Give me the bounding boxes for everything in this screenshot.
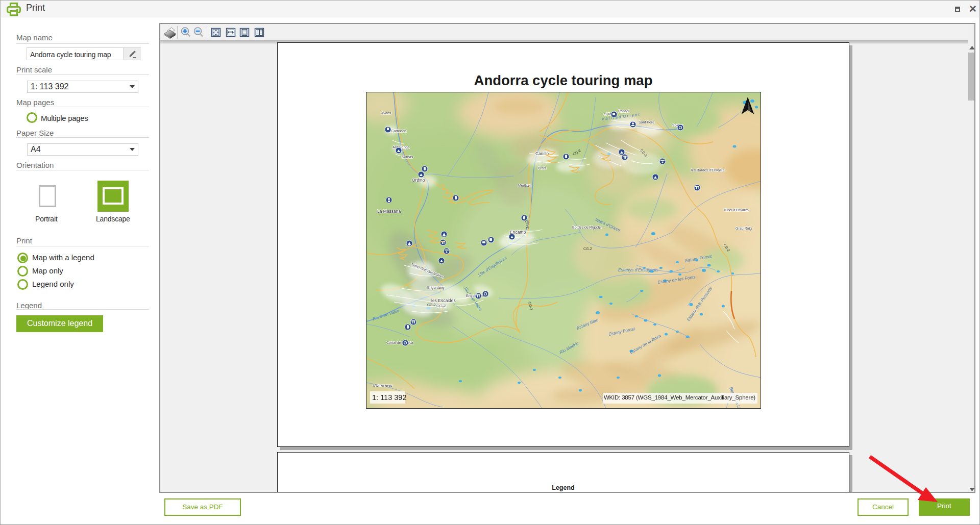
svg-text:Ransol: Ransol: [618, 109, 629, 113]
svg-text:WKID: 3857 (WGS_1984_Web_Merca: WKID: 3857 (WGS_1984_Web_Mercator_Auxili…: [604, 394, 755, 401]
svg-text:Grau Roig: Grau Roig: [736, 227, 752, 231]
svg-text:Engordany: Engordany: [427, 286, 445, 290]
svg-text:CG-2: CG-2: [436, 304, 447, 308]
svg-text:Ordino: Ordino: [412, 178, 425, 183]
svg-text:Meritxell: Meritxell: [518, 184, 532, 187]
svg-text:Sornàs: Sornàs: [402, 155, 413, 159]
svg-text:1: 113 392: 1: 113 392: [372, 393, 406, 402]
svg-text:Túnel d'Envalira: Túnel d'Envalira: [723, 208, 749, 212]
svg-text:Bordes de Rigoder: Bordes de Rigoder: [572, 226, 602, 230]
svg-text:les Bordes d'Envalira: les Bordes d'Envalira: [691, 168, 725, 172]
svg-text:La Massana: La Massana: [377, 209, 401, 214]
svg-text:L'Umeneres: L'Umeneres: [373, 384, 393, 387]
svg-text:Avans: Avans: [381, 111, 391, 115]
svg-text:les Escaldes: les Escaldes: [431, 298, 456, 303]
svg-text:Cortal de Sureda: Cortal de Sureda: [386, 341, 413, 344]
svg-text:CG-2: CG-2: [583, 247, 592, 251]
svg-text:Prats: Prats: [538, 166, 547, 170]
svg-text:CG-2: CG-2: [427, 303, 436, 307]
svg-text:Sant Pere: Sant Pere: [639, 120, 654, 124]
